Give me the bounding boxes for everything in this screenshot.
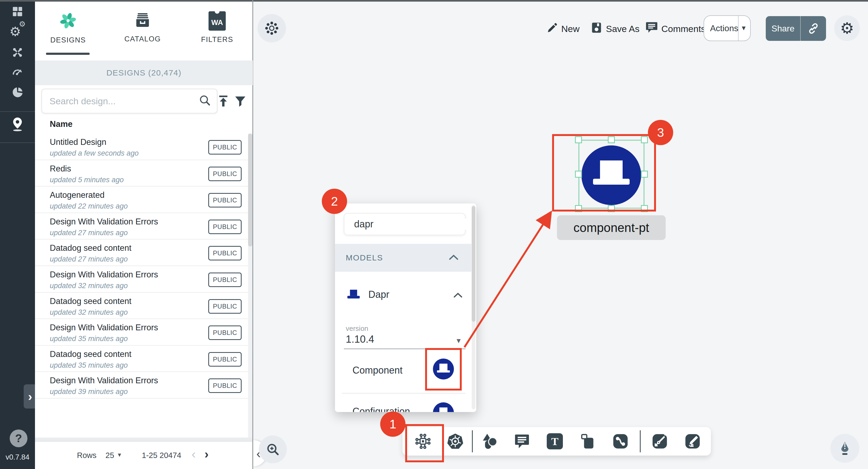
wasm-badge-icon: WA [209,11,226,31]
app-version: v0.7.84 [0,453,35,462]
configuration-item-row[interactable]: Configuration [335,393,471,412]
comment-tool-icon[interactable] [514,433,531,450]
model-row-dapr[interactable]: Dapr [346,289,389,301]
zoom-in-button[interactable] [259,435,287,463]
modal-search-box[interactable]: ✕ [344,213,465,235]
location-pin-icon[interactable] [0,116,35,132]
filter-funnel-icon[interactable] [234,95,247,109]
pen-nib-icon [837,440,852,456]
annotation-box-node [552,134,656,211]
comments-button[interactable]: Comments [661,24,706,34]
design-list-item[interactable]: Datadog seed content updated 32 minutes … [35,293,249,319]
visibility-badge: PUBLIC [208,140,242,155]
models-section-header[interactable]: MODELS [335,244,471,272]
actions-label: Actions [710,23,738,33]
rows-per-page-label: Rows [77,451,97,460]
kubernetes-tool-icon[interactable] [447,433,464,450]
previous-page-icon[interactable]: ‹ [192,447,196,461]
toolbar-divider [472,430,473,453]
rail-divider [0,111,35,112]
active-tab-underline [46,53,90,55]
tab-catalog[interactable]: CATALOG [116,11,169,43]
design-list-item[interactable]: Design With Validation Errors updated 35… [35,319,249,346]
shapes-tool-icon[interactable] [481,433,498,450]
actions-button[interactable]: Actions ▾ [704,15,751,41]
help-button[interactable]: ? [10,430,27,447]
performance-gauge-icon[interactable] [0,66,35,78]
pagination-range: 1-25 20474 [142,451,181,460]
design-search-input[interactable] [50,96,198,106]
new-button[interactable]: New [561,24,580,34]
actions-split-divider [738,16,739,41]
dapr-configuration-icon[interactable] [433,402,454,412]
visibility-badge: PUBLIC [208,352,242,367]
share-label: Share [766,24,800,34]
visibility-badge: PUBLIC [208,326,242,340]
actions-caret-icon[interactable]: ▾ [742,23,746,32]
annotation-step-2: 2 [322,189,347,214]
design-list-item[interactable]: Untitled Design updated a few seconds ag… [35,134,249,160]
app-rail: ⚙⚙ › ? v0.7.84 [0,2,35,469]
designs-list: Untitled Design updated a few seconds ag… [35,134,249,399]
meshery-swirl-icon [59,11,78,31]
share-button[interactable]: Share [766,16,826,41]
search-icon[interactable] [198,94,212,108]
column-header-name: Name [50,119,72,129]
tab-filters[interactable]: WA FILTERS [190,11,244,44]
list-scrollbar-thumb[interactable] [248,134,252,246]
rows-per-page-caret-icon[interactable]: ▾ [118,451,121,459]
settings-button[interactable]: ⚙ [834,15,860,41]
tab-designs[interactable]: DESIGNS [41,11,95,44]
copy-link-icon[interactable] [801,22,826,35]
note-tool-icon[interactable] [579,433,596,450]
panel-gap-strip [35,438,252,441]
visibility-badge: PUBLIC [208,272,242,287]
design-list-item[interactable]: Design With Validation Errors updated 39… [35,372,249,399]
design-pen-button[interactable] [830,434,859,463]
design-list-item[interactable]: Datadog seed content updated 27 minutes … [35,239,249,266]
design-list-item[interactable]: Design With Validation Errors updated 32… [35,266,249,293]
design-list-item[interactable]: Autogenerated updated 22 minutes ago PUB… [35,187,249,213]
annotation-step-1: 1 [380,411,405,437]
design-list-item[interactable]: Datadog seed content updated 35 minutes … [35,346,249,372]
save-as-icon[interactable] [590,21,603,35]
draw-edge-tool-icon[interactable] [651,433,669,450]
visibility-badge: PUBLIC [208,378,242,393]
kanvas-dots-button[interactable] [257,14,286,42]
component-item-label: Component [352,365,403,376]
comments-icon[interactable] [645,21,659,35]
new-icon[interactable] [546,22,559,35]
rows-per-page-value[interactable]: 25 [105,451,114,460]
wa-label: WA [211,19,223,27]
sidebar-expand-handle[interactable]: › [24,384,37,408]
canvas-toolbar: T [403,427,711,456]
rail-divider [0,142,35,143]
node-label[interactable]: component-pt [557,215,666,240]
upload-design-icon[interactable] [216,94,230,109]
version-select-value[interactable]: 1.10.4 [346,334,374,345]
configuration-item-label: Configuration [352,406,410,412]
text-tool-icon[interactable]: T [546,433,563,450]
dot-cluster-icon [264,21,280,36]
dashboard-icon[interactable] [0,5,35,18]
visibility-badge: PUBLIC [208,246,242,261]
model-name: Dapr [368,289,389,300]
toolbox-icon[interactable] [0,46,35,59]
version-field-label: version [346,325,368,333]
design-list-item[interactable]: Redis updated 5 minutes ago PUBLIC [35,160,249,187]
design-list-item[interactable]: Design With Validation Errors updated 27… [35,213,249,240]
design-search-box[interactable] [41,89,217,113]
models-section-label: MODELS [346,253,383,262]
next-page-icon[interactable]: › [205,447,209,461]
visibility-badge: PUBLIC [208,220,242,234]
designs-count-header: DESIGNS (20,474) [35,61,253,85]
pie-chart-icon[interactable] [0,86,35,99]
relationship-tool-icon[interactable] [612,433,629,450]
freehand-draw-tool-icon[interactable] [684,433,701,450]
settings-gears-icon[interactable]: ⚙⚙ [0,25,35,38]
save-as-button[interactable]: Save As [606,24,640,34]
chevron-right-icon: › [28,389,32,404]
dapr-model-icon [346,289,361,301]
visibility-badge: PUBLIC [208,167,242,181]
tab-catalog-label: CATALOG [124,35,161,43]
